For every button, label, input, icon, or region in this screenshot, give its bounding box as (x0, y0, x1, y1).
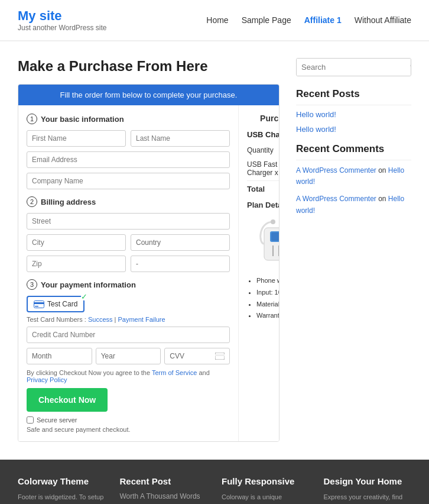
svg-rect-2 (35, 306, 38, 307)
item-label: USB Fast Wall Charger x 1 (247, 160, 280, 177)
post-link-1[interactable]: Hello world! (296, 110, 411, 119)
test-card-numbers: Test Card Numbers : Success | Payment Fa… (27, 316, 230, 323)
section3-header: 3 Your payment information (27, 279, 230, 290)
section2-number: 2 (27, 196, 37, 207)
search-box (296, 58, 411, 76)
company-input[interactable] (27, 173, 230, 189)
form-header: Fill the order form below to complete yo… (18, 85, 279, 105)
footer-col-3-title: Fully Responsive (222, 476, 310, 486)
payment-failure-link[interactable]: Payment Failure (118, 316, 165, 323)
site-title: My site (18, 8, 107, 24)
nav-affiliate1[interactable]: Affiliate 1 (304, 15, 342, 25)
svg-point-16 (271, 219, 275, 224)
footer-col-2: Recent Post Worth A Thousand Words Categ… (120, 476, 208, 504)
commenter-2-link[interactable]: A WordPress Commenter (296, 195, 376, 203)
privacy-link[interactable]: Privacy Policy (27, 376, 67, 383)
year-select[interactable]: Year (96, 348, 161, 364)
site-branding: My site Just another WordPress site (18, 8, 107, 32)
nav-sample-page[interactable]: Sample Page (242, 15, 291, 25)
checkout-button[interactable]: Checkout Now (27, 388, 108, 412)
search-input[interactable] (297, 59, 405, 76)
cvv-icon (215, 353, 225, 360)
main-layout: Make a Purchase From Here Fill the order… (0, 41, 429, 454)
feature-4: Warranty: 1 year (256, 310, 280, 322)
quantity-row: Quantity (247, 144, 280, 157)
purchase-title: Purchase Details (247, 114, 280, 123)
post-link-2[interactable]: Hello world! (296, 125, 411, 134)
nav-without-affiliate[interactable]: Without Affiliate (355, 15, 411, 25)
payment-row: Month Year CVV (27, 348, 230, 364)
page-title: Make a Purchase From Here (18, 58, 280, 75)
product-image (255, 216, 280, 269)
zip-select[interactable]: - (131, 256, 230, 272)
email-input[interactable] (27, 151, 230, 168)
footer-post-link-1[interactable]: Worth A Thousand Words (120, 492, 208, 500)
section2-label: Billing address (41, 198, 96, 206)
city-input[interactable] (27, 234, 126, 251)
zip-input[interactable] (27, 256, 126, 272)
feature-2: Input: 100-240V~ 50/60Hz (256, 287, 280, 299)
test-card-label: Test Card (47, 300, 77, 308)
total-label: Total (247, 185, 265, 193)
cvv-field: CVV (164, 348, 230, 364)
comment-2: A WordPress Commenter on Hello world! (296, 193, 411, 216)
credit-card-input[interactable] (27, 327, 230, 343)
footer-dark: Colorway Theme Footer is widgetized. To … (0, 460, 429, 504)
search-button[interactable] (405, 59, 411, 76)
city-country-row: Country (27, 234, 230, 251)
svg-rect-7 (271, 232, 280, 241)
secure-row: Secure server (27, 416, 230, 424)
feature-1: Phone with Micro USB Port (256, 275, 280, 287)
terms-link[interactable]: Term of Service (152, 369, 197, 376)
plan-title: Plan Details (247, 201, 280, 209)
section3-label: Your payment information (41, 280, 136, 289)
product-name: USB Chargers (247, 130, 280, 139)
footer-col-4-text: Express your creativity, find inspiratio… (324, 492, 412, 504)
section1-label: Your basic information (41, 115, 124, 124)
sidebar: Recent Posts Hello world! Hello world! R… (296, 58, 411, 442)
form-fields: 1 Your basic information 2 (18, 105, 239, 441)
svg-point-17 (411, 63, 412, 69)
section1-number: 1 (27, 114, 37, 124)
form-container: Fill the order form below to complete yo… (18, 84, 280, 442)
footer-col-1-text: Footer is widgetized. To setup the foote… (18, 492, 106, 504)
footer-col-4-title: Design Your Home (324, 476, 412, 486)
content-area: Make a Purchase From Here Fill the order… (18, 58, 280, 442)
secure-checkbox[interactable] (27, 416, 34, 424)
test-card-button[interactable]: Test Card ✓ (27, 296, 84, 312)
zip-row: - (27, 256, 230, 272)
section2-header: 2 Billing address (27, 196, 230, 207)
site-tagline: Just another WordPress site (18, 24, 107, 32)
footer-col-3: Fully Responsive Colorway is a unique re… (222, 476, 310, 504)
svg-rect-4 (215, 354, 225, 356)
country-select[interactable]: Country (131, 234, 230, 251)
month-select[interactable]: Month (27, 348, 92, 364)
secure-label: Secure server (37, 416, 77, 424)
footer-col-1-title: Colorway Theme (18, 476, 106, 486)
product-image-container (252, 214, 280, 270)
product-features: Phone with Micro USB Port Input: 100-240… (247, 275, 280, 322)
form-body: 1 Your basic information 2 (18, 105, 279, 441)
purchase-details: Purchase Details USB Chargers Quantity U… (239, 105, 280, 441)
card-icon (34, 301, 44, 308)
section3-number: 3 (27, 279, 37, 290)
safe-text: Safe and secure payment checkout. (27, 426, 230, 433)
item-row: USB Fast Wall Charger x 1 $10.00 (247, 160, 280, 177)
header: My site Just another WordPress site Home… (0, 0, 429, 41)
search-icon (410, 62, 411, 70)
last-name-input[interactable] (131, 130, 230, 147)
commenter-1-link[interactable]: A WordPress Commenter (296, 166, 376, 175)
recent-comments-title: Recent Comments (296, 143, 411, 160)
footer-col-3-text: Colorway is a unique responsive WordPres… (222, 492, 310, 504)
street-input[interactable] (27, 213, 230, 230)
feature-3: Material: ABS + PC (256, 299, 280, 311)
success-link[interactable]: Success (88, 316, 113, 323)
check-mark: ✓ (81, 293, 87, 301)
nav-home[interactable]: Home (206, 15, 228, 25)
footer-col-4: Design Your Home Express your creativity… (324, 476, 412, 504)
quantity-label: Quantity (247, 146, 274, 154)
comment-1: A WordPress Commenter on Hello world! (296, 165, 411, 188)
terms-row: By clicking Checkout Now you agree to th… (27, 369, 230, 383)
svg-rect-0 (34, 301, 44, 308)
first-name-input[interactable] (27, 130, 126, 147)
